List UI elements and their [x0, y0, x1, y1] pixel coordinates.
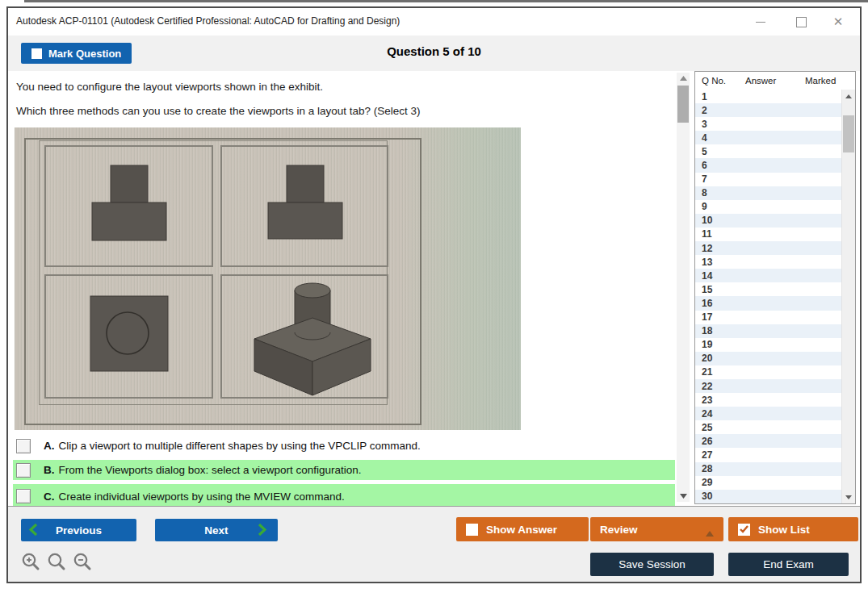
- list-scroll-thumb[interactable]: [843, 115, 854, 152]
- table-row[interactable]: 15: [695, 282, 841, 296]
- row-question-number: 2: [702, 105, 707, 116]
- row-question-number: 27: [702, 449, 712, 461]
- question-scrollbar[interactable]: [677, 73, 690, 502]
- zoom-in-icon[interactable]: [21, 552, 41, 572]
- top-view-shape: [56, 282, 201, 391]
- option-b[interactable]: B. From the Viewports dialog box: select…: [13, 460, 675, 480]
- table-row[interactable]: 9: [695, 200, 841, 214]
- table-row[interactable]: 5: [695, 144, 841, 158]
- table-row[interactable]: 12: [695, 241, 841, 255]
- table-row[interactable]: 14: [695, 269, 841, 282]
- row-question-number: 12: [702, 243, 712, 254]
- viewport-isometric-view: [220, 274, 389, 399]
- table-row[interactable]: 13: [695, 255, 841, 269]
- next-button[interactable]: Next: [155, 519, 278, 541]
- list-scroll-down-icon[interactable]: [842, 492, 855, 502]
- scroll-up-icon[interactable]: [677, 73, 690, 84]
- row-question-number: 13: [702, 257, 712, 268]
- question-counter: Question 5 of 10: [8, 44, 860, 58]
- maximize-button[interactable]: [790, 11, 811, 32]
- table-row[interactable]: 25: [695, 420, 841, 434]
- option-b-checkbox[interactable]: [16, 463, 31, 478]
- table-row[interactable]: 24: [695, 407, 841, 420]
- table-row[interactable]: 4: [695, 131, 841, 144]
- table-row[interactable]: 8: [695, 186, 841, 200]
- save-session-button[interactable]: Save Session: [590, 553, 714, 576]
- viewport-top-view: [44, 274, 213, 399]
- table-row[interactable]: 22: [695, 379, 841, 393]
- minimize-button[interactable]: [750, 11, 771, 32]
- row-question-number: 23: [702, 395, 712, 406]
- show-list-label: Show List: [758, 524, 810, 536]
- table-row[interactable]: 23: [695, 393, 841, 407]
- row-question-number: 8: [702, 187, 707, 198]
- close-button[interactable]: ✕: [828, 11, 849, 32]
- column-answer: Answer: [745, 76, 776, 86]
- chevron-left-icon: [29, 524, 37, 538]
- row-question-number: 26: [702, 436, 712, 447]
- table-row[interactable]: 2: [695, 103, 841, 117]
- show-answer-button[interactable]: Show Answer: [456, 517, 589, 541]
- option-a-checkbox[interactable]: [16, 439, 31, 453]
- question-list-scrollbar[interactable]: [841, 90, 855, 503]
- row-question-number: 15: [702, 284, 712, 295]
- table-row[interactable]: 16: [695, 296, 841, 310]
- window-title: Autodesk ACP-01101 (Autodesk Certified P…: [16, 15, 400, 27]
- row-question-number: 30: [702, 491, 712, 502]
- option-c-letter: C.: [44, 491, 55, 503]
- table-row[interactable]: 20: [695, 352, 841, 365]
- viewport-side-view: [220, 145, 389, 267]
- option-a[interactable]: A. Clip a viewport to multiple different…: [13, 436, 675, 456]
- end-exam-button[interactable]: End Exam: [728, 553, 849, 576]
- row-question-number: 6: [702, 160, 707, 171]
- table-row[interactable]: 19: [695, 338, 841, 352]
- screen-edge-artifact: [24, 0, 868, 2]
- question-text-line1: You need to configure the layout viewpor…: [16, 81, 323, 93]
- column-qno: Q No.: [702, 76, 726, 86]
- mark-question-checkbox[interactable]: [31, 48, 42, 59]
- row-question-number: 20: [702, 353, 712, 364]
- option-a-letter: A.: [44, 440, 55, 452]
- question-panel: You need to configure the layout viewpor…: [8, 71, 691, 506]
- list-scroll-up-icon[interactable]: [842, 91, 855, 101]
- row-question-number: 5: [702, 146, 707, 157]
- row-question-number: 21: [702, 366, 712, 378]
- table-row[interactable]: 30: [695, 490, 841, 503]
- question-scroll-thumb[interactable]: [677, 86, 689, 123]
- table-row[interactable]: 18: [695, 324, 841, 338]
- option-c-text: Create individual viewports by using the…: [59, 491, 345, 503]
- show-list-checkbox[interactable]: [738, 524, 750, 536]
- table-row[interactable]: 1: [695, 90, 841, 103]
- exam-window: Autodesk ACP-01101 (Autodesk Certified P…: [6, 6, 862, 583]
- mark-question-button[interactable]: Mark Question: [21, 43, 132, 64]
- zoom-reset-icon[interactable]: [47, 552, 67, 572]
- table-row[interactable]: 27: [695, 448, 841, 461]
- previous-button[interactable]: Previous: [21, 519, 136, 541]
- row-question-number: 16: [702, 298, 712, 309]
- table-row[interactable]: 3: [695, 117, 841, 131]
- scroll-down-icon[interactable]: [677, 491, 690, 502]
- triangle-up-icon: [706, 527, 714, 539]
- table-row[interactable]: 6: [695, 158, 841, 172]
- row-question-number: 10: [702, 215, 712, 226]
- option-c-checkbox[interactable]: [16, 489, 31, 503]
- show-list-button[interactable]: Show List: [728, 517, 858, 541]
- table-row[interactable]: 11: [695, 228, 841, 241]
- row-question-number: 7: [702, 173, 707, 185]
- table-row[interactable]: 21: [695, 365, 841, 379]
- table-row[interactable]: 28: [695, 462, 841, 476]
- review-button[interactable]: Review: [590, 517, 723, 541]
- option-c[interactable]: C. Create individual viewports by using …: [13, 484, 675, 506]
- table-row[interactable]: 29: [695, 476, 841, 490]
- front-view-shape: [56, 154, 201, 259]
- table-row[interactable]: 10: [695, 214, 841, 228]
- zoom-out-icon[interactable]: [73, 552, 93, 572]
- end-exam-label: End Exam: [763, 558, 813, 570]
- table-row[interactable]: 7: [695, 173, 841, 186]
- show-answer-label: Show Answer: [486, 524, 557, 536]
- table-row[interactable]: 26: [695, 434, 841, 448]
- table-row[interactable]: 17: [695, 311, 841, 324]
- previous-label: Previous: [56, 524, 102, 537]
- show-answer-checkbox[interactable]: [466, 524, 478, 536]
- mark-question-label: Mark Question: [48, 48, 121, 60]
